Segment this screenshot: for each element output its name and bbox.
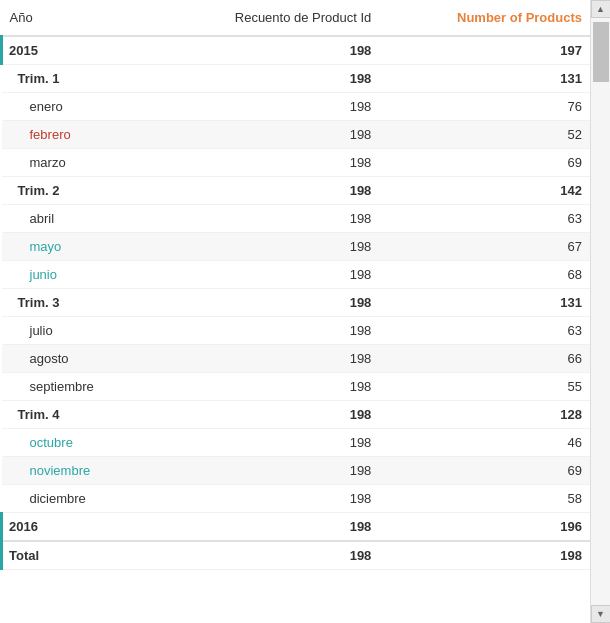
cell-ano: febrero	[2, 121, 152, 149]
cell-recuento: 198	[151, 233, 379, 261]
cell-number: 198	[379, 541, 590, 570]
scrollbar[interactable]: ▲ ▼	[590, 0, 610, 623]
cell-number: 67	[379, 233, 590, 261]
data-table: Año Recuento de Product Id Number of Pro…	[0, 0, 590, 570]
header-number: Number of Products	[379, 0, 590, 36]
cell-number: 68	[379, 261, 590, 289]
cell-ano: Trim. 2	[2, 177, 152, 205]
cell-ano: noviembre	[2, 457, 152, 485]
cell-ano: marzo	[2, 149, 152, 177]
table-row: marzo19869	[2, 149, 591, 177]
table-body: 2015198197Trim. 1198131enero19876febrero…	[2, 36, 591, 570]
cell-number: 69	[379, 149, 590, 177]
table-row: febrero19852	[2, 121, 591, 149]
scroll-down-button[interactable]: ▼	[591, 605, 611, 623]
cell-ano: julio	[2, 317, 152, 345]
scroll-thumb[interactable]	[593, 22, 609, 82]
table-row: Trim. 2198142	[2, 177, 591, 205]
cell-recuento: 198	[151, 65, 379, 93]
cell-ano: octubre	[2, 429, 152, 457]
cell-recuento: 198	[151, 541, 379, 570]
cell-ano: enero	[2, 93, 152, 121]
cell-recuento: 198	[151, 513, 379, 542]
table-row: noviembre19869	[2, 457, 591, 485]
cell-recuento: 198	[151, 261, 379, 289]
cell-recuento: 198	[151, 93, 379, 121]
cell-number: 76	[379, 93, 590, 121]
table-container[interactable]: Año Recuento de Product Id Number of Pro…	[0, 0, 590, 623]
main-container: Año Recuento de Product Id Number of Pro…	[0, 0, 610, 623]
table-row: Trim. 1198131	[2, 65, 591, 93]
cell-number: 197	[379, 36, 590, 65]
table-row: junio19868	[2, 261, 591, 289]
cell-number: 131	[379, 65, 590, 93]
cell-recuento: 198	[151, 401, 379, 429]
cell-ano: diciembre	[2, 485, 152, 513]
cell-recuento: 198	[151, 149, 379, 177]
header-ano: Año	[2, 0, 152, 36]
cell-ano: Trim. 4	[2, 401, 152, 429]
cell-recuento: 198	[151, 289, 379, 317]
cell-recuento: 198	[151, 205, 379, 233]
cell-ano: Trim. 1	[2, 65, 152, 93]
cell-recuento: 198	[151, 485, 379, 513]
cell-number: 69	[379, 457, 590, 485]
cell-ano: septiembre	[2, 373, 152, 401]
cell-number: 55	[379, 373, 590, 401]
cell-ano: junio	[2, 261, 152, 289]
cell-ano: mayo	[2, 233, 152, 261]
table-row: 2015198197	[2, 36, 591, 65]
cell-recuento: 198	[151, 121, 379, 149]
table-row: julio19863	[2, 317, 591, 345]
cell-ano: 2015	[2, 36, 152, 65]
cell-number: 63	[379, 205, 590, 233]
cell-number: 142	[379, 177, 590, 205]
cell-number: 196	[379, 513, 590, 542]
table-row: Total198198	[2, 541, 591, 570]
cell-recuento: 198	[151, 177, 379, 205]
cell-number: 63	[379, 317, 590, 345]
cell-number: 66	[379, 345, 590, 373]
cell-recuento: 198	[151, 373, 379, 401]
cell-number: 52	[379, 121, 590, 149]
scroll-up-button[interactable]: ▲	[591, 0, 611, 18]
table-row: mayo19867	[2, 233, 591, 261]
table-row: Trim. 3198131	[2, 289, 591, 317]
cell-ano: abril	[2, 205, 152, 233]
cell-recuento: 198	[151, 317, 379, 345]
header-recuento: Recuento de Product Id	[151, 0, 379, 36]
table-row: Trim. 4198128	[2, 401, 591, 429]
table-row: octubre19846	[2, 429, 591, 457]
table-row: abril19863	[2, 205, 591, 233]
cell-recuento: 198	[151, 457, 379, 485]
cell-number: 128	[379, 401, 590, 429]
cell-recuento: 198	[151, 345, 379, 373]
cell-ano: Total	[2, 541, 152, 570]
cell-ano: 2016	[2, 513, 152, 542]
cell-recuento: 198	[151, 429, 379, 457]
scroll-track[interactable]	[591, 18, 610, 605]
cell-number: 58	[379, 485, 590, 513]
cell-number: 46	[379, 429, 590, 457]
cell-ano: Trim. 3	[2, 289, 152, 317]
table-row: diciembre19858	[2, 485, 591, 513]
table-header-row: Año Recuento de Product Id Number of Pro…	[2, 0, 591, 36]
table-row: septiembre19855	[2, 373, 591, 401]
cell-recuento: 198	[151, 36, 379, 65]
table-row: agosto19866	[2, 345, 591, 373]
table-row: 2016198196	[2, 513, 591, 542]
table-row: enero19876	[2, 93, 591, 121]
cell-number: 131	[379, 289, 590, 317]
cell-ano: agosto	[2, 345, 152, 373]
